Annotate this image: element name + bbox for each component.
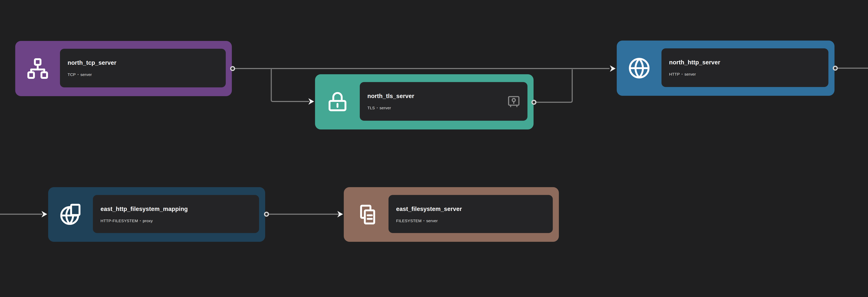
- bullet-separator: •: [423, 219, 425, 223]
- node-kind: server: [81, 72, 92, 77]
- node-protocol: TLS: [367, 106, 375, 110]
- node-card: north_tls_server TLS•server: [360, 82, 527, 121]
- node-title: north_tcp_server: [68, 59, 116, 66]
- node-subtitle: FILESYSTEM•server: [396, 218, 438, 223]
- bullet-separator: •: [376, 106, 378, 110]
- node-north-tls-server[interactable]: north_tls_server TLS•server: [315, 74, 533, 129]
- node-protocol: HTTP-FILESYSTEM: [100, 218, 138, 223]
- globe-file-icon: [48, 187, 93, 242]
- output-port-east-http-filesystem-mapping[interactable]: [264, 212, 269, 217]
- node-title: north_http_server: [669, 59, 720, 66]
- arrowhead-into-mapping: [41, 211, 47, 217]
- edge-tcp-to-tls[interactable]: [271, 68, 309, 101]
- output-port-north-tcp-server[interactable]: [230, 66, 235, 71]
- node-subtitle: HTTP-FILESYSTEM•proxy: [100, 218, 153, 223]
- diagram-canvas[interactable]: north_tcp_server TCP•server north_tls_se…: [0, 0, 868, 297]
- node-subtitle: HTTP•server: [669, 72, 696, 77]
- globe-icon: [617, 40, 661, 96]
- node-protocol: TCP: [68, 72, 76, 77]
- node-kind: proxy: [143, 218, 153, 223]
- output-port-north-tls-server[interactable]: [531, 100, 536, 105]
- node-card: north_tcp_server TCP•server: [60, 49, 226, 87]
- node-kind: server: [426, 218, 438, 223]
- node-subtitle: TCP•server: [68, 72, 92, 77]
- arrowhead-into-http: [610, 65, 616, 72]
- node-north-tcp-server[interactable]: north_tcp_server TCP•server: [15, 41, 232, 96]
- node-card: north_http_server HTTP•server: [661, 48, 828, 87]
- node-protocol: HTTP: [669, 72, 680, 76]
- node-kind: server: [379, 106, 391, 110]
- node-card: east_filesystem_server FILESYSTEM•server: [389, 195, 553, 233]
- vault-icon: [507, 95, 521, 108]
- node-title: north_tls_server: [367, 93, 414, 99]
- output-port-north-http-server[interactable]: [833, 66, 838, 71]
- node-protocol: FILESYSTEM: [396, 218, 422, 223]
- node-east-http-filesystem-mapping[interactable]: east_http_filesystem_mapping HTTP-FILESY…: [48, 187, 265, 242]
- network-tree-icon: [15, 41, 60, 96]
- node-north-http-server[interactable]: north_http_server HTTP•server: [617, 40, 835, 96]
- bullet-separator: •: [78, 73, 79, 77]
- arrowhead-into-tls: [308, 98, 314, 105]
- node-title: east_http_filesystem_mapping: [100, 206, 188, 212]
- node-kind: server: [684, 72, 696, 76]
- edge-tls-to-http[interactable]: [535, 69, 572, 102]
- node-east-filesystem-server[interactable]: east_filesystem_server FILESYSTEM•server: [344, 187, 559, 242]
- copy-files-icon: [344, 187, 389, 242]
- bullet-separator: •: [681, 72, 683, 76]
- lock-icon: [315, 74, 360, 129]
- node-subtitle: TLS•server: [367, 106, 391, 110]
- bullet-separator: •: [140, 219, 141, 223]
- node-title: east_filesystem_server: [396, 206, 462, 212]
- node-card: east_http_filesystem_mapping HTTP-FILESY…: [93, 195, 259, 233]
